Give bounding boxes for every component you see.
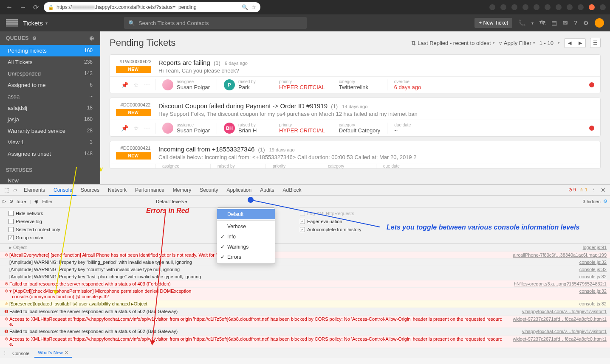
- pin-icon[interactable]: 📌: [121, 81, 128, 88]
- console-source-link[interactable]: aircallPhone-7f80c6f…38340a1ac6f.map:199: [504, 252, 607, 258]
- sort-selector[interactable]: ⇅ Last Replied - recent to oldest ▾: [411, 40, 495, 46]
- sidebar-item-status-new[interactable]: New: [0, 175, 100, 184]
- sidebar-item-queue[interactable]: Warranty based service28: [0, 125, 100, 137]
- chevron-down-icon[interactable]: ▾: [531, 21, 534, 25]
- drawer-tab-whatsnew[interactable]: What's New✕: [34, 349, 71, 358]
- ticket-card[interactable]: #TWI00000423NEW Reports are failing (1) …: [110, 54, 601, 93]
- star-icon[interactable]: ☆: [133, 125, 139, 132]
- phone-icon[interactable]: 📞: [518, 20, 525, 26]
- console-line[interactable]: Failed to load resource: the server resp…: [0, 280, 610, 288]
- sidebar-item-queue[interactable]: Unresponded143: [0, 68, 100, 79]
- device-icon[interactable]: ▱: [11, 185, 19, 195]
- devtools-menu-icon[interactable]: ⋮: [591, 187, 596, 193]
- more-icon[interactable]: ⋯: [144, 125, 150, 132]
- filter-selector[interactable]: ▿ Apply Filter ▾: [499, 40, 535, 46]
- gear-icon[interactable]: ⚙: [32, 36, 37, 41]
- prev-page-button[interactable]: ◀: [565, 39, 575, 48]
- back-button[interactable]: ←: [4, 3, 14, 11]
- checkbox[interactable]: [8, 211, 14, 216]
- console-source-link[interactable]: console.js:32: [571, 288, 607, 294]
- forward-button[interactable]: →: [18, 3, 28, 11]
- console-line[interactable]: Objectlogger.js:91: [0, 244, 610, 252]
- level-info[interactable]: ✓Info: [217, 232, 275, 242]
- sidebar-item-queue[interactable]: jasja160: [0, 114, 100, 125]
- console-option[interactable]: ✓Eager evaluation: [300, 219, 361, 224]
- console-source-link[interactable]: v.happyfoxchat.com/v…fo/api/v1/visitor:1: [514, 309, 607, 314]
- sidebar-item-queue[interactable]: Assignee is unset148: [0, 148, 100, 160]
- console-line[interactable]: [Amplitude] WARNING: Property key "count…: [0, 266, 610, 273]
- devtools-tab-memory[interactable]: Memory: [169, 185, 195, 195]
- console-source-link[interactable]: logger.js:91: [574, 245, 607, 250]
- search-in-url-icon[interactable]: 🔍: [242, 4, 248, 10]
- search-input[interactable]: 🔍 Search Tickets and Contacts: [124, 17, 307, 29]
- checkbox[interactable]: ✓: [300, 227, 305, 232]
- url-bar[interactable]: 🔒 https:// xxxxxxxxx .happyfox.com/staff…: [44, 2, 260, 12]
- sidebar-item-queue[interactable]: Pending Tickets160: [0, 45, 100, 56]
- checkbox[interactable]: [8, 227, 14, 232]
- add-queue-button[interactable]: ⊕: [89, 35, 95, 42]
- devtools-tab-performance[interactable]: Performance: [131, 185, 169, 195]
- new-ticket-button[interactable]: + New Ticket: [474, 18, 512, 28]
- star-icon[interactable]: ☆: [133, 81, 139, 88]
- eye-icon[interactable]: ◉: [34, 199, 39, 204]
- sidebar-item-queue[interactable]: All Tickets238: [0, 56, 100, 68]
- filter-input[interactable]: [42, 199, 152, 204]
- play-icon[interactable]: ▷: [3, 199, 6, 204]
- checkbox[interactable]: ✓: [300, 219, 305, 224]
- inbox-icon[interactable]: ✉: [563, 20, 568, 26]
- devtools-tab-sources[interactable]: Sources: [76, 185, 104, 195]
- console-source-link[interactable]: hf-files-oregon.s3.a…png?1554795524832:1: [506, 281, 607, 286]
- console-source-link[interactable]: widget-97237c2671afd…f8ca24a8cfc0.html:1: [504, 336, 607, 342]
- close-icon[interactable]: ✕: [65, 350, 68, 355]
- error-count-badge[interactable]: ⊘ 9: [568, 187, 576, 193]
- devtools-tab-audits[interactable]: Audits: [256, 185, 278, 195]
- pager[interactable]: ◀▶: [564, 38, 586, 48]
- more-icon[interactable]: ⋯: [144, 81, 150, 88]
- ticket-card[interactable]: #DC00000422NEW Discount Coupon failed du…: [110, 98, 601, 137]
- console-line[interactable]: Failed to load resource: the server resp…: [0, 308, 610, 316]
- ticket-subject[interactable]: Reports are failing (1) 6 days ago: [158, 59, 594, 66]
- level-errors[interactable]: ✓Errors: [217, 252, 275, 262]
- devtools-tab-elements[interactable]: Elements: [20, 185, 49, 195]
- console-source-link[interactable]: console.js:32: [571, 267, 607, 272]
- console-line[interactable]: Failed to load resource: the server resp…: [0, 328, 610, 336]
- gear-icon[interactable]: ⚙: [603, 199, 607, 204]
- devtools-tab-application[interactable]: Application: [223, 185, 256, 195]
- list-view-toggle[interactable]: ☰: [590, 38, 601, 48]
- console-source-link[interactable]: console.js:32: [571, 260, 607, 265]
- devtools-tab-console[interactable]: Console: [49, 185, 76, 196]
- star-icon[interactable]: ☆: [251, 4, 256, 10]
- sidebar-item-queue[interactable]: Assigned to me6: [0, 79, 100, 91]
- bookmarks-icon[interactable]: ▤: [551, 20, 557, 26]
- reload-button[interactable]: ⟳: [31, 3, 40, 11]
- warn-count-badge[interactable]: ⚠ 1: [579, 187, 587, 193]
- console-line[interactable]: [Amplitude] WARNING: Property key "last_…: [0, 273, 610, 280]
- console-line[interactable]: [AircallEverywhere] [send function] Airc…: [0, 252, 610, 259]
- console-source-link[interactable]: widget-97237c2671afd…f8ca24a8cfc0.html:1: [504, 316, 607, 322]
- app-logo-icon[interactable]: [6, 19, 18, 27]
- drawer-menu-icon[interactable]: ⋮: [3, 350, 7, 356]
- level-verbose[interactable]: Verbose: [217, 221, 275, 232]
- context-selector[interactable]: top ▾: [17, 199, 26, 204]
- console-source-link[interactable]: v.happyfoxchat.com/v…fo/api/v1/visitor:1: [514, 329, 607, 334]
- pin-icon[interactable]: 📌: [121, 125, 128, 132]
- devtools-tab-adblock[interactable]: AdBlock: [279, 185, 306, 195]
- console-source-link[interactable]: console.js:32: [571, 301, 607, 306]
- ticket-card[interactable]: #DC00000421NEW Incoming call from +18553…: [110, 141, 601, 169]
- map-icon[interactable]: 🗺: [539, 20, 545, 26]
- console-line[interactable]: Access to XMLHttpRequest at 'https://v.h…: [0, 336, 610, 348]
- console-option[interactable]: Selected context only: [8, 227, 130, 232]
- console-line[interactable]: Access to XMLHttpRequest at 'https://v.h…: [0, 316, 610, 328]
- ticket-subject[interactable]: Incoming call from +18553327346 (1) 19 d…: [158, 146, 594, 153]
- devtools-tab-network[interactable]: Network: [104, 185, 131, 195]
- sidebar-item-queue[interactable]: asda~: [0, 91, 100, 102]
- console-option[interactable]: Hide network: [8, 211, 130, 216]
- console-line[interactable]: [$presence][updated_availability] user a…: [0, 300, 610, 308]
- next-page-button[interactable]: ▶: [575, 39, 585, 48]
- checkbox[interactable]: [300, 211, 305, 216]
- console-line[interactable]: ▾ [AppCtrl][checkMicrophonePermission] M…: [0, 288, 610, 300]
- checkbox[interactable]: ✓: [8, 235, 14, 240]
- sidebar-item-queue[interactable]: View 13: [0, 137, 100, 148]
- ticket-subject[interactable]: Discount Coupon failed during Payment ->…: [158, 102, 594, 109]
- devtools-tab-security[interactable]: Security: [195, 185, 222, 195]
